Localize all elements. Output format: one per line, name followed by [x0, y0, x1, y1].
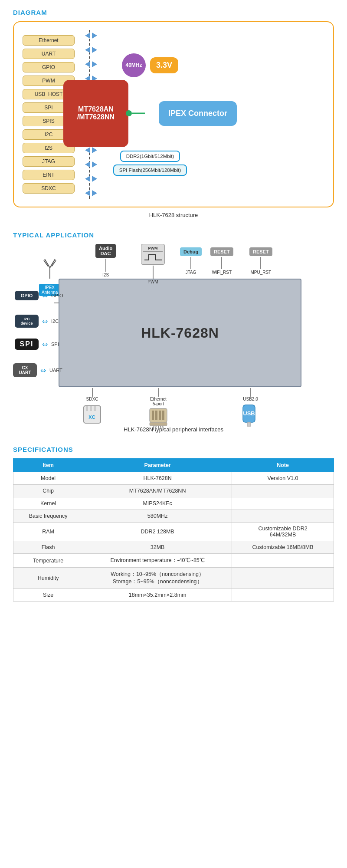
freq-badge: 40MHz	[122, 53, 146, 77]
spec-note: Customizable 16MB/8MB	[232, 541, 334, 554]
app-board: HLK-7628N	[59, 279, 301, 387]
iface-item-uart: UART	[23, 49, 75, 59]
diagram-caption: HLK-7628 structure	[13, 212, 334, 218]
uart-chip: CXUART	[13, 363, 37, 377]
spec-item: Humidity	[13, 568, 83, 589]
reset-wifi-box: RESET	[210, 247, 233, 256]
volt-badge: 3.3V	[150, 57, 178, 73]
spec-note	[232, 568, 334, 589]
mpu-rst-label: MPU_RST	[250, 270, 271, 275]
page-container: DIAGRAM EthernetUARTGPIOPWMUSB_HOSTSPISP…	[0, 0, 347, 610]
reset-mpu-device: RESET MPU_RST	[249, 247, 272, 275]
chip-line2: /MT7628NN	[77, 113, 115, 121]
audio-dac-box: AudioDAC	[95, 244, 116, 258]
svg-rect-7	[90, 406, 92, 411]
typical-title: TYPICAL APPLICATION	[13, 231, 334, 239]
sdxc-label: SDXC	[86, 397, 98, 401]
gpio-row: GPIO ⇔ GPIO	[15, 291, 63, 300]
diagram-title: DIAGRAM	[13, 9, 334, 16]
pwm-label: PWM	[147, 279, 158, 284]
arrow-left	[82, 33, 90, 39]
svg-rect-13	[159, 411, 161, 420]
i2c-row: I2Cdevice ⇔ I2C	[15, 315, 59, 328]
i2s-label: I2S	[102, 273, 109, 277]
center-area: 40MHz 3.3V MT7628AN /MT7628NN IPEX Conne…	[102, 53, 198, 176]
svg-rect-6	[86, 406, 88, 411]
arrow-left	[82, 61, 90, 67]
chip-box: MT7628AN /MT7628NN	[63, 80, 128, 147]
table-row: KernelMIPS24KEc	[13, 497, 334, 510]
spec-item: Flash	[13, 541, 83, 554]
chip-line1: MT7628AN	[78, 105, 114, 113]
usb-area: USB2.0 USB	[239, 388, 262, 427]
arrow-pair	[76, 59, 102, 70]
chip-connector-dot	[126, 110, 132, 116]
arrow-pair	[76, 44, 102, 56]
table-row: Flash32MBCustomizable 16MB/8MB	[13, 541, 334, 554]
svg-line-17	[155, 426, 156, 430]
antenna-area: IPEXAntenna	[39, 257, 60, 296]
spec-item: Chip	[13, 485, 83, 497]
eth-line	[158, 388, 159, 397]
spi-chip: SPI	[15, 339, 39, 350]
table-row: RAMDDR2 128MBCustomizable DDR2 64M/32MB	[13, 523, 334, 541]
spi-box: SPI Flash(256Mbit/128Mbit)	[113, 164, 187, 176]
gpio-conn-label: GPIO	[51, 293, 63, 298]
i2c-chip: I2Cdevice	[15, 315, 39, 328]
iface-item-ethernet: Ethernet	[23, 35, 75, 46]
svg-rect-15	[150, 422, 167, 426]
gpio-chip: GPIO	[15, 291, 39, 300]
table-row: ModelHLK-7628NVersion V1.0	[13, 472, 334, 485]
arrow-right	[92, 147, 97, 153]
board-title: HLK-7628N	[141, 325, 219, 341]
top-badges: 40MHz 3.3V	[122, 53, 178, 77]
header-item: Item	[13, 459, 83, 472]
spec-item: Basic frequency	[13, 510, 83, 523]
svg-text:XC: XC	[88, 414, 95, 420]
arrow-left	[82, 47, 90, 53]
spec-item: Model	[13, 472, 83, 485]
audio-device: AudioDAC I2S	[95, 244, 116, 277]
spi-conn-label: SPI	[51, 342, 59, 347]
iface-item-eint: EINT	[23, 170, 75, 180]
svg-rect-11	[152, 411, 154, 420]
arrow-pair	[76, 159, 102, 170]
reset-wifi-device: RESET WiFi_RST	[210, 247, 233, 275]
table-row: HumidityWorking：10~95%（noncondensing） St…	[13, 568, 334, 589]
svg-text:USB: USB	[243, 410, 255, 417]
arrow-right	[92, 176, 97, 182]
svg-line-19	[160, 426, 161, 430]
spec-param: 32MB	[83, 541, 232, 554]
spi-row: SPI ⇔ SPI	[15, 339, 59, 350]
specs-table: Item Parameter Note ModelHLK-7628NVersio…	[13, 458, 334, 602]
sd-icon: XC	[80, 401, 104, 425]
spec-param: 18mm×35.2mm×2.8mm	[83, 589, 232, 602]
svg-rect-12	[155, 411, 157, 420]
spec-note	[232, 497, 334, 510]
header-param: Parameter	[83, 459, 232, 472]
diagram-section: DIAGRAM EthernetUARTGPIOPWMUSB_HOSTSPISP…	[13, 9, 334, 218]
ddr-box: DDR2(1Gbit/512Mbit)	[120, 151, 180, 162]
table-row: TemperatureEnvironment temperature：-40℃~…	[13, 554, 334, 568]
spec-param: Environment temperature：-40℃~85℃	[83, 554, 232, 568]
svg-rect-14	[162, 411, 164, 420]
diagram-inner: EthernetUARTGPIOPWMUSB_HOSTSPISPISI2CI2S…	[23, 30, 324, 199]
spec-note: Customizable DDR2 64M/32MB	[232, 523, 334, 541]
header-note: Note	[232, 459, 334, 472]
spec-note	[232, 554, 334, 568]
debug-device: Debug JTAG	[180, 247, 202, 275]
spec-note	[232, 589, 334, 602]
i2c-conn-label: I2C	[51, 319, 59, 324]
spec-param: DDR2 128MB	[83, 523, 232, 541]
arrow-left	[82, 147, 90, 153]
reset-mpu-box: RESET	[249, 247, 272, 256]
pwm-device: PWM PWM	[141, 244, 165, 284]
spec-note	[232, 510, 334, 523]
chip-connector-line	[132, 113, 145, 114]
uart-conn-label: UART	[49, 368, 62, 373]
spec-item: RAM	[13, 523, 83, 541]
eth-icon	[145, 406, 171, 430]
specs-header-row: Item Parameter Note	[13, 459, 334, 472]
sdxc-area: SDXC XC	[80, 388, 104, 425]
arrow-left	[82, 190, 90, 196]
